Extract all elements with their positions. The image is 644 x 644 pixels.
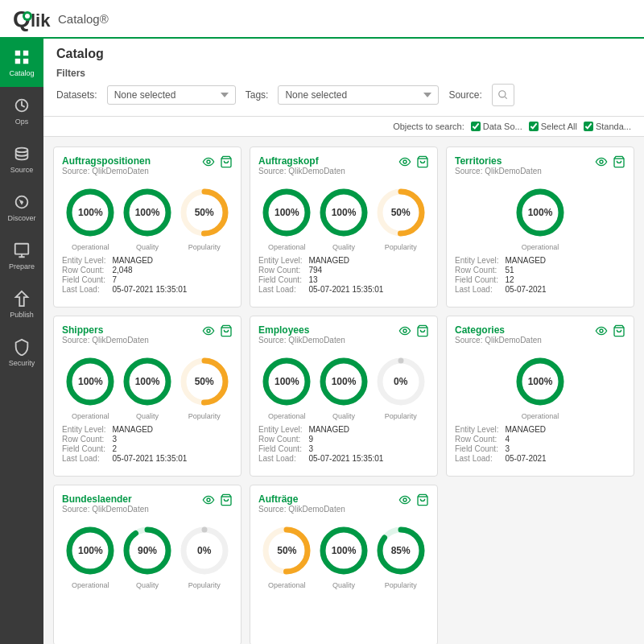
checkbox-data-source-input[interactable] bbox=[471, 122, 481, 131]
gauges-row: 100% Operational 90% Quality 0% Popula bbox=[62, 525, 233, 589]
svg-point-14 bbox=[207, 160, 210, 163]
gauges-row: 100% Operational 100% Quality 50% Popu bbox=[258, 187, 429, 251]
preview-icon[interactable] bbox=[202, 493, 215, 509]
card-header-left: Territories Source: QlikDemoDaten bbox=[455, 155, 542, 182]
card-header: Auftragskopf Source: QlikDemoDaten bbox=[258, 155, 429, 182]
preview-icon[interactable] bbox=[398, 324, 411, 340]
entity-level-key: Entity Level: bbox=[258, 256, 302, 265]
preview-icon[interactable] bbox=[398, 155, 411, 171]
card-header: Categories Source: QlikDemoDaten bbox=[455, 324, 625, 351]
entity-level-val: MANAGED bbox=[505, 256, 625, 265]
row-count-key: Row Count: bbox=[455, 435, 498, 444]
field-count-key: Field Count: bbox=[62, 275, 105, 284]
row-count-key: Row Count: bbox=[258, 435, 302, 444]
preview-icon[interactable] bbox=[595, 155, 608, 171]
card-source: Source: QlikDemoDaten bbox=[62, 167, 151, 175]
card-header-left: Aufträge Source: QlikDemoDaten bbox=[258, 493, 345, 520]
gauge-item-operational: 100% Operational bbox=[514, 187, 566, 251]
last-load-val: 05-07-2021 bbox=[505, 285, 625, 294]
svg-point-13 bbox=[499, 91, 506, 97]
svg-point-22 bbox=[403, 160, 407, 163]
gauge-label: Quality bbox=[136, 243, 159, 251]
last-load-key: Last Load: bbox=[258, 454, 302, 463]
source-search-btn[interactable] bbox=[492, 84, 514, 106]
cart-icon[interactable] bbox=[416, 155, 429, 171]
gauge-popularity: 0% bbox=[179, 525, 230, 576]
cart-icon[interactable] bbox=[416, 324, 429, 340]
gauge-label: Popularity bbox=[385, 581, 417, 589]
last-load-val: 05-07-2021 bbox=[505, 454, 625, 463]
card-source: Source: QlikDemoDaten bbox=[455, 167, 542, 175]
card-3: Shippers Source: QlikDemoDaten bbox=[53, 316, 242, 477]
row-count-key: Row Count: bbox=[455, 266, 498, 275]
svg-point-42 bbox=[403, 329, 407, 332]
svg-point-54 bbox=[207, 498, 210, 502]
card-title: Shippers bbox=[62, 324, 149, 336]
sidebar-item-catalog[interactable]: Catalog bbox=[0, 39, 43, 87]
sidebar-item-security[interactable]: Security bbox=[0, 328, 43, 377]
last-load-key: Last Load: bbox=[258, 285, 302, 294]
gauge-operational: 100% bbox=[64, 356, 116, 407]
field-count-val: 3 bbox=[505, 444, 625, 453]
card-title: Territories bbox=[455, 155, 542, 167]
cart-icon[interactable] bbox=[220, 493, 233, 509]
row-count-val: 794 bbox=[308, 266, 429, 275]
cart-icon[interactable] bbox=[613, 324, 625, 340]
preview-icon[interactable] bbox=[202, 155, 215, 171]
card-header: Aufträge Source: QlikDemoDaten bbox=[258, 493, 429, 520]
cart-icon[interactable] bbox=[416, 493, 429, 509]
gauge-quality: 100% bbox=[318, 356, 369, 407]
row-count-key: Row Count: bbox=[62, 435, 105, 444]
preview-icon[interactable] bbox=[595, 324, 608, 340]
gauge-item-quality: 100% Quality bbox=[318, 356, 369, 420]
entity-level-key: Entity Level: bbox=[62, 425, 105, 434]
row-count-val: 3 bbox=[112, 435, 233, 444]
card-meta: Entity Level: MANAGED Row Count: 794 Fie… bbox=[258, 256, 429, 294]
card-meta: Entity Level: MANAGED Row Count: 9 Field… bbox=[258, 425, 429, 463]
field-count-val: 13 bbox=[308, 275, 429, 284]
page-title: Catalog bbox=[56, 47, 631, 61]
card-title: Auftragspositionen bbox=[62, 155, 151, 167]
checkbox-select-all[interactable]: Select All bbox=[529, 122, 577, 131]
entity-level-key: Entity Level: bbox=[62, 256, 105, 265]
sidebar-item-prepare[interactable]: Prepare bbox=[0, 232, 43, 280]
gauge-item-popularity: 50% Popularity bbox=[179, 356, 230, 420]
gauge-label: Quality bbox=[136, 412, 159, 420]
checkbox-standard[interactable]: Standa... bbox=[584, 122, 631, 131]
gauge-label: Quality bbox=[332, 581, 355, 589]
field-count-val: 7 bbox=[112, 275, 233, 284]
cart-icon[interactable] bbox=[220, 324, 233, 340]
gauge-operational: 100% bbox=[514, 356, 566, 407]
gauges-row: 100% Operational bbox=[455, 187, 625, 251]
sidebar-item-ops[interactable]: Ops bbox=[0, 87, 43, 135]
last-load-key: Last Load: bbox=[62, 454, 105, 463]
search-icon bbox=[497, 89, 509, 101]
card-title: Auftragskopf bbox=[258, 155, 345, 167]
entity-level-val: MANAGED bbox=[308, 425, 429, 434]
card-icons bbox=[398, 493, 429, 509]
app-title: Catalog® bbox=[58, 12, 109, 26]
svg-point-9 bbox=[16, 148, 28, 153]
checkbox-data-source[interactable]: Data So... bbox=[471, 122, 522, 131]
sidebar-item-discover[interactable]: Discover bbox=[0, 184, 43, 232]
card-source: Source: QlikDemoDaten bbox=[62, 505, 149, 514]
checkbox-select-all-label: Select All bbox=[541, 122, 577, 131]
checkbox-standard-input[interactable] bbox=[584, 122, 593, 131]
entity-level-val: MANAGED bbox=[308, 256, 429, 265]
preview-icon[interactable] bbox=[398, 493, 411, 509]
card-meta: Entity Level: MANAGED Row Count: 4 Field… bbox=[455, 425, 625, 463]
card-header-left: Auftragskopf Source: QlikDemoDaten bbox=[258, 155, 345, 182]
svg-rect-7 bbox=[23, 59, 28, 64]
gauge-item-quality: 100% Quality bbox=[122, 356, 173, 420]
sidebar: Catalog Ops Source Discover Prepare Publ… bbox=[0, 39, 43, 644]
datasets-select[interactable]: None selected bbox=[107, 85, 236, 105]
sidebar-item-publish[interactable]: Publish bbox=[0, 280, 43, 328]
card-icons bbox=[398, 155, 429, 171]
checkbox-select-all-input[interactable] bbox=[529, 122, 539, 131]
cart-icon[interactable] bbox=[220, 155, 233, 171]
gauge-item-operational: 50% Operational bbox=[261, 525, 312, 589]
tags-select[interactable]: None selected bbox=[278, 85, 439, 105]
sidebar-item-source[interactable]: Source bbox=[0, 135, 43, 184]
preview-icon[interactable] bbox=[202, 324, 215, 340]
cart-icon[interactable] bbox=[613, 155, 625, 171]
